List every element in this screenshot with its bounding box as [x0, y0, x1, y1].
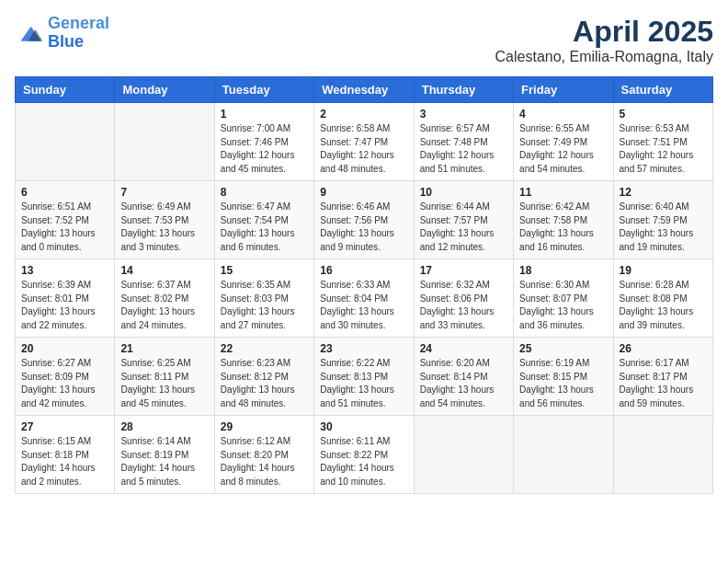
day-info: Sunrise: 6:57 AM Sunset: 7:48 PM Dayligh…	[420, 122, 507, 176]
day-number: 10	[420, 186, 507, 199]
calendar-cell: 24Sunrise: 6:20 AM Sunset: 8:14 PM Dayli…	[414, 338, 513, 416]
day-info: Sunrise: 6:33 AM Sunset: 8:04 PM Dayligh…	[320, 279, 407, 332]
day-info: Sunrise: 6:27 AM Sunset: 8:09 PM Dayligh…	[21, 357, 108, 410]
day-number: 1	[221, 108, 308, 121]
day-number: 27	[21, 420, 108, 433]
day-number: 6	[21, 186, 108, 199]
day-number: 3	[420, 108, 507, 121]
weekday-header: Tuesday	[214, 77, 313, 103]
calendar-cell: 12Sunrise: 6:40 AM Sunset: 7:59 PM Dayli…	[613, 181, 712, 259]
day-info: Sunrise: 6:11 AM Sunset: 8:22 PM Dayligh…	[320, 435, 407, 488]
calendar-week-row: 1Sunrise: 7:00 AM Sunset: 7:46 PM Daylig…	[16, 103, 713, 181]
calendar-cell: 14Sunrise: 6:37 AM Sunset: 8:02 PM Dayli…	[115, 259, 214, 338]
day-number: 23	[320, 342, 407, 355]
logo-icon	[15, 20, 44, 46]
calendar-cell: 20Sunrise: 6:27 AM Sunset: 8:09 PM Dayli…	[16, 338, 115, 416]
day-info: Sunrise: 6:58 AM Sunset: 7:47 PM Dayligh…	[320, 122, 407, 176]
calendar-cell: 2Sunrise: 6:58 AM Sunset: 7:47 PM Daylig…	[314, 103, 414, 181]
logo-text: General Blue	[48, 15, 109, 52]
day-info: Sunrise: 6:49 AM Sunset: 7:53 PM Dayligh…	[120, 201, 208, 254]
calendar-cell	[514, 416, 613, 494]
day-info: Sunrise: 6:42 AM Sunset: 7:58 PM Dayligh…	[519, 201, 607, 254]
weekday-header: Friday	[514, 77, 613, 103]
calendar-cell	[613, 416, 712, 494]
day-info: Sunrise: 6:23 AM Sunset: 8:12 PM Dayligh…	[221, 357, 308, 410]
logo: General Blue	[15, 15, 109, 52]
calendar-cell: 9Sunrise: 6:46 AM Sunset: 7:56 PM Daylig…	[314, 181, 414, 259]
calendar-cell: 10Sunrise: 6:44 AM Sunset: 7:57 PM Dayli…	[414, 181, 513, 259]
day-info: Sunrise: 6:47 AM Sunset: 7:54 PM Dayligh…	[221, 201, 308, 254]
calendar-cell: 23Sunrise: 6:22 AM Sunset: 8:13 PM Dayli…	[314, 338, 414, 416]
calendar-header-row: SundayMondayTuesdayWednesdayThursdayFrid…	[16, 77, 713, 103]
calendar-cell: 19Sunrise: 6:28 AM Sunset: 8:08 PM Dayli…	[613, 259, 712, 338]
calendar-cell: 15Sunrise: 6:35 AM Sunset: 8:03 PM Dayli…	[214, 259, 313, 338]
day-number: 16	[320, 264, 407, 277]
calendar-cell: 18Sunrise: 6:30 AM Sunset: 8:07 PM Dayli…	[514, 259, 613, 338]
calendar-cell: 27Sunrise: 6:15 AM Sunset: 8:18 PM Dayli…	[16, 416, 115, 494]
calendar-cell: 17Sunrise: 6:32 AM Sunset: 8:06 PM Dayli…	[414, 259, 513, 338]
calendar-week-row: 6Sunrise: 6:51 AM Sunset: 7:52 PM Daylig…	[16, 181, 713, 259]
day-number: 5	[620, 108, 707, 121]
month-title: April 2025	[495, 15, 713, 49]
day-number: 30	[320, 420, 407, 433]
weekday-header: Sunday	[16, 77, 115, 103]
weekday-header: Monday	[115, 77, 214, 103]
day-info: Sunrise: 6:14 AM Sunset: 8:19 PM Dayligh…	[120, 435, 208, 488]
day-info: Sunrise: 6:28 AM Sunset: 8:08 PM Dayligh…	[620, 279, 707, 332]
calendar-cell: 1Sunrise: 7:00 AM Sunset: 7:46 PM Daylig…	[214, 103, 313, 181]
location-title: Calestano, Emilia-Romagna, Italy	[495, 49, 713, 65]
calendar-cell: 5Sunrise: 6:53 AM Sunset: 7:51 PM Daylig…	[613, 103, 712, 181]
day-info: Sunrise: 6:20 AM Sunset: 8:14 PM Dayligh…	[420, 357, 507, 410]
day-number: 17	[420, 264, 507, 277]
day-number: 14	[120, 264, 208, 277]
weekday-header: Saturday	[613, 77, 712, 103]
calendar-cell: 8Sunrise: 6:47 AM Sunset: 7:54 PM Daylig…	[214, 181, 313, 259]
calendar-cell: 29Sunrise: 6:12 AM Sunset: 8:20 PM Dayli…	[214, 416, 313, 494]
calendar-cell: 28Sunrise: 6:14 AM Sunset: 8:19 PM Dayli…	[115, 416, 214, 494]
calendar-table: SundayMondayTuesdayWednesdayThursdayFrid…	[15, 76, 713, 494]
weekday-header: Thursday	[414, 77, 513, 103]
calendar-cell: 22Sunrise: 6:23 AM Sunset: 8:12 PM Dayli…	[214, 338, 313, 416]
day-number: 8	[221, 186, 308, 199]
day-info: Sunrise: 6:53 AM Sunset: 7:51 PM Dayligh…	[620, 122, 707, 176]
day-info: Sunrise: 6:25 AM Sunset: 8:11 PM Dayligh…	[120, 357, 208, 410]
day-number: 4	[519, 108, 607, 121]
logo-blue: Blue	[48, 32, 84, 51]
calendar-cell	[115, 103, 214, 181]
day-info: Sunrise: 6:44 AM Sunset: 7:57 PM Dayligh…	[420, 201, 507, 254]
day-number: 19	[620, 264, 707, 277]
day-info: Sunrise: 6:35 AM Sunset: 8:03 PM Dayligh…	[221, 279, 308, 332]
calendar-cell: 16Sunrise: 6:33 AM Sunset: 8:04 PM Dayli…	[314, 259, 414, 338]
calendar-cell: 4Sunrise: 6:55 AM Sunset: 7:49 PM Daylig…	[514, 103, 613, 181]
weekday-header: Wednesday	[314, 77, 414, 103]
calendar-cell: 6Sunrise: 6:51 AM Sunset: 7:52 PM Daylig…	[16, 181, 115, 259]
day-info: Sunrise: 6:39 AM Sunset: 8:01 PM Dayligh…	[21, 279, 108, 332]
logo-general: General	[48, 14, 109, 32]
calendar-cell: 13Sunrise: 6:39 AM Sunset: 8:01 PM Dayli…	[16, 259, 115, 338]
calendar-cell: 3Sunrise: 6:57 AM Sunset: 7:48 PM Daylig…	[414, 103, 513, 181]
calendar-cell	[414, 416, 513, 494]
calendar-week-row: 20Sunrise: 6:27 AM Sunset: 8:09 PM Dayli…	[16, 338, 713, 416]
day-info: Sunrise: 6:15 AM Sunset: 8:18 PM Dayligh…	[21, 435, 108, 488]
day-number: 22	[221, 342, 308, 355]
day-number: 29	[221, 420, 308, 433]
day-number: 11	[519, 186, 607, 199]
day-info: Sunrise: 6:55 AM Sunset: 7:49 PM Dayligh…	[519, 122, 607, 176]
day-info: Sunrise: 6:46 AM Sunset: 7:56 PM Dayligh…	[320, 201, 407, 254]
day-info: Sunrise: 6:37 AM Sunset: 8:02 PM Dayligh…	[120, 279, 208, 332]
day-number: 7	[120, 186, 208, 199]
day-info: Sunrise: 6:19 AM Sunset: 8:15 PM Dayligh…	[519, 357, 607, 410]
day-number: 13	[21, 264, 108, 277]
day-info: Sunrise: 6:30 AM Sunset: 8:07 PM Dayligh…	[519, 279, 607, 332]
day-number: 28	[120, 420, 208, 433]
day-number: 26	[620, 342, 707, 355]
calendar-cell: 7Sunrise: 6:49 AM Sunset: 7:53 PM Daylig…	[115, 181, 214, 259]
day-info: Sunrise: 6:17 AM Sunset: 8:17 PM Dayligh…	[620, 357, 707, 410]
calendar-cell	[16, 103, 115, 181]
day-number: 21	[120, 342, 208, 355]
day-info: Sunrise: 6:32 AM Sunset: 8:06 PM Dayligh…	[420, 279, 507, 332]
day-number: 18	[519, 264, 607, 277]
day-info: Sunrise: 6:51 AM Sunset: 7:52 PM Dayligh…	[21, 201, 108, 254]
calendar-week-row: 13Sunrise: 6:39 AM Sunset: 8:01 PM Dayli…	[16, 259, 713, 338]
day-number: 9	[320, 186, 407, 199]
